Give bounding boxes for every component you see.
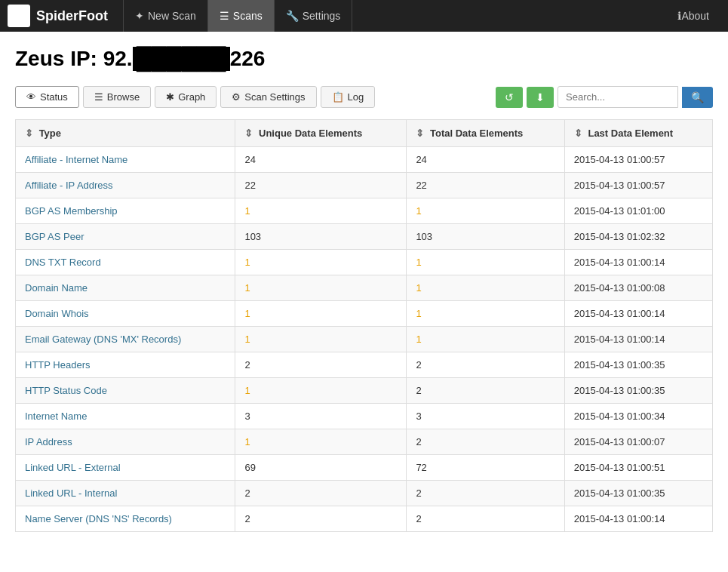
search-input[interactable] — [558, 86, 678, 108]
about-label: About — [681, 10, 709, 22]
cell-unique: 1 — [235, 327, 407, 352]
nav-settings[interactable]: 🔧 Settings — [275, 0, 353, 32]
cell-type[interactable]: Name Server (DNS 'NS' Records) — [16, 506, 235, 532]
cell-type[interactable]: Linked URL - Internal — [16, 481, 235, 506]
table-row: BGP AS Membership112015-04-13 01:01:00 — [16, 198, 713, 224]
settings-icon: 🔧 — [286, 10, 299, 22]
search-button[interactable]: 🔍 — [682, 87, 713, 108]
tab-status[interactable]: 👁 Status — [15, 86, 79, 108]
log-tab-label: Log — [348, 91, 364, 103]
cell-type[interactable]: Email Gateway (DNS 'MX' Records) — [16, 327, 235, 352]
table-row: Internet Name332015-04-13 01:00:34 — [16, 404, 713, 429]
col-unique[interactable]: ⇕ Unique Data Elements — [235, 120, 407, 147]
scans-icon: ☰ — [220, 10, 229, 22]
cell-unique: 1 — [235, 378, 407, 404]
tab-scan-settings[interactable]: ⚙ Scan Settings — [220, 86, 316, 108]
cell-type[interactable]: Internet Name — [16, 404, 235, 429]
cell-type[interactable]: HTTP Headers — [16, 352, 235, 378]
cell-unique: 2 — [235, 506, 407, 532]
page-title: Zeus IP: 92.██████226 — [15, 47, 713, 71]
status-tab-icon: 👁 — [26, 91, 36, 103]
refresh-icon: ↺ — [505, 91, 514, 103]
cell-last: 2015-04-13 01:00:57 — [564, 147, 712, 173]
cell-unique: 1 — [235, 301, 407, 327]
browse-tab-label: Browse — [107, 91, 140, 103]
spider-icon: 🕷 — [8, 5, 30, 27]
cell-type[interactable]: Affiliate - Internet Name — [16, 147, 235, 173]
refresh-button[interactable]: ↺ — [496, 87, 523, 108]
table-header-row: ⇕ Type ⇕ Unique Data Elements ⇕ Total Da… — [16, 120, 713, 147]
cell-last: 2015-04-13 01:01:00 — [564, 198, 712, 224]
cell-total: 2 — [407, 352, 564, 378]
cell-unique: 1 — [235, 198, 407, 224]
scan-settings-tab-label: Scan Settings — [244, 91, 305, 103]
log-tab-icon: 📋 — [332, 91, 344, 103]
cell-total: 2 — [407, 429, 564, 455]
cell-type[interactable]: BGP AS Peer — [16, 224, 235, 250]
graph-tab-icon: ✱ — [166, 91, 174, 103]
cell-total: 3 — [407, 404, 564, 429]
download-button[interactable]: ⬇ — [527, 87, 554, 108]
cell-type[interactable]: BGP AS Membership — [16, 198, 235, 224]
cell-total: 1 — [407, 275, 564, 301]
cell-last: 2015-04-13 01:00:34 — [564, 404, 712, 429]
col-total[interactable]: ⇕ Total Data Elements — [407, 120, 564, 147]
cell-type[interactable]: Domain Whois — [16, 301, 235, 327]
cell-unique: 22 — [235, 173, 407, 198]
cell-type[interactable]: DNS TXT Record — [16, 250, 235, 275]
download-icon: ⬇ — [536, 91, 545, 103]
cell-type[interactable]: IP Address — [16, 429, 235, 455]
page-title-suffix: 226 — [230, 47, 266, 70]
cell-last: 2015-04-13 01:00:14 — [564, 250, 712, 275]
table-row: Affiliate - Internet Name24242015-04-13 … — [16, 147, 713, 173]
table-row: Linked URL - Internal222015-04-13 01:00:… — [16, 481, 713, 506]
table-row: Name Server (DNS 'NS' Records)222015-04-… — [16, 506, 713, 532]
cell-unique: 1 — [235, 250, 407, 275]
table-row: Linked URL - External69722015-04-13 01:0… — [16, 455, 713, 481]
table-row: Domain Whois112015-04-13 01:00:14 — [16, 301, 713, 327]
cell-last: 2015-04-13 01:00:07 — [564, 429, 712, 455]
cell-type[interactable]: Linked URL - External — [16, 455, 235, 481]
cell-total: 22 — [407, 173, 564, 198]
nav-new-scan[interactable]: ✦ New Scan — [123, 0, 208, 32]
data-table: ⇕ Type ⇕ Unique Data Elements ⇕ Total Da… — [15, 119, 713, 532]
cell-total: 1 — [407, 250, 564, 275]
cell-last: 2015-04-13 01:00:35 — [564, 378, 712, 404]
cell-type[interactable]: Domain Name — [16, 275, 235, 301]
cell-total: 1 — [407, 198, 564, 224]
cell-total: 103 — [407, 224, 564, 250]
table-row: Email Gateway (DNS 'MX' Records)112015-0… — [16, 327, 713, 352]
cell-last: 2015-04-13 01:00:08 — [564, 275, 712, 301]
cell-total: 2 — [407, 378, 564, 404]
nav-about[interactable]: ℹ About — [666, 0, 720, 32]
col-type-label: Type — [39, 128, 61, 139]
table-row: HTTP Headers222015-04-13 01:00:35 — [16, 352, 713, 378]
col-last[interactable]: ⇕ Last Data Element — [564, 120, 712, 147]
table-row: BGP AS Peer1031032015-04-13 01:02:32 — [16, 224, 713, 250]
tab-log[interactable]: 📋 Log — [321, 86, 376, 108]
nav-scans[interactable]: ☰ Scans — [208, 0, 275, 32]
page-title-redacted: ██████ — [133, 47, 230, 71]
cell-type[interactable]: Affiliate - IP Address — [16, 173, 235, 198]
graph-tab-label: Graph — [178, 91, 205, 103]
cell-total: 2 — [407, 506, 564, 532]
scan-settings-tab-icon: ⚙ — [232, 91, 241, 103]
sort-unique-icon: ⇕ — [244, 128, 253, 139]
tab-browse[interactable]: ☰ Browse — [83, 86, 151, 108]
tab-graph[interactable]: ✱ Graph — [155, 86, 217, 108]
nav-settings-label: Settings — [303, 10, 341, 22]
cell-unique: 103 — [235, 224, 407, 250]
page-content: Zeus IP: 92.██████226 👁 Status ☰ Browse … — [0, 32, 728, 547]
cell-last: 2015-04-13 01:00:14 — [564, 506, 712, 532]
browse-tab-icon: ☰ — [94, 91, 103, 103]
col-type[interactable]: ⇕ Type — [16, 120, 235, 147]
cell-last: 2015-04-13 01:00:35 — [564, 352, 712, 378]
page-title-prefix: Zeus IP: 92. — [15, 47, 133, 70]
table-row: DNS TXT Record112015-04-13 01:00:14 — [16, 250, 713, 275]
nav-scans-label: Scans — [233, 10, 263, 22]
cell-type[interactable]: HTTP Status Code — [16, 378, 235, 404]
cell-last: 2015-04-13 01:02:32 — [564, 224, 712, 250]
brand-name: SpiderFoot — [36, 8, 108, 24]
table-row: Affiliate - IP Address22222015-04-13 01:… — [16, 173, 713, 198]
cell-last: 2015-04-13 01:00:57 — [564, 173, 712, 198]
